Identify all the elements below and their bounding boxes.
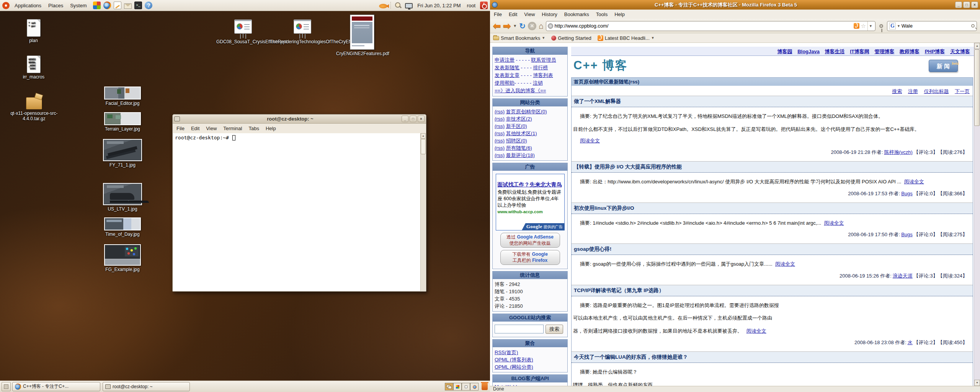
url-input[interactable]	[555, 23, 852, 29]
link-new-article[interactable]: 发表新文章	[495, 72, 519, 78]
terminal-scrollbar[interactable]: ▲	[420, 133, 426, 291]
menu-bookmarks[interactable]: Bookmarks	[564, 11, 589, 17]
terminal-titlebar[interactable]: root@cz-desktop: ~ _ □ ×	[173, 114, 426, 124]
link-next-page[interactable]: 下一页	[955, 88, 970, 94]
desktop-icon-gdc08-ppt[interactable]: GDC08_SousaT_CrysisEffects.ppt	[216, 19, 270, 44]
desktop-icon-usltv[interactable]: US_LTV_1.jpg	[101, 183, 144, 212]
read-more-link[interactable]: 阅读全文	[746, 328, 766, 334]
link-logout[interactable]: 注销	[533, 80, 543, 86]
clock[interactable]: Fri Jun 20, 1:22 PM	[416, 3, 462, 8]
read-more-link[interactable]: 阅读全文	[580, 137, 600, 144]
author-link[interactable]: 水	[908, 340, 913, 345]
link-php-blog[interactable]: PHP博客	[925, 49, 945, 54]
help-launcher-icon[interactable]: ?	[145, 2, 152, 9]
bookmark-getting-started[interactable]: Getting Started	[551, 35, 591, 41]
page-scrollbar[interactable]: ▲ ▼	[974, 43, 980, 386]
read-more-link[interactable]: 阅读全文	[775, 261, 795, 267]
desktop-icon-cryengine-pdf[interactable]: CryENGINE2Features.pdf	[336, 15, 388, 56]
rss-link[interactable]: (rss)	[495, 116, 505, 122]
scroll-down-arrow[interactable]: ▼	[974, 380, 980, 386]
mail-launcher-icon[interactable]	[124, 3, 132, 9]
google-search-engine-icon[interactable]: G	[889, 23, 896, 29]
workspace-1[interactable]	[445, 383, 453, 390]
search-go-icon[interactable]	[971, 24, 975, 28]
link-blogjava[interactable]: BlogJava	[797, 49, 820, 54]
forward-button[interactable]: ➡	[503, 21, 511, 31]
category-link[interactable]: 其他技术区(1)	[506, 131, 537, 136]
search-input[interactable]	[902, 23, 970, 29]
reload-button[interactable]: ↻	[519, 21, 526, 31]
maximize-button[interactable]: □	[963, 2, 970, 8]
link-mgmt-blog[interactable]: 管理博客	[874, 49, 894, 54]
author-link[interactable]: 浪迹天涯	[893, 273, 913, 279]
close-button[interactable]: ×	[971, 2, 978, 8]
scrollbar-thumb[interactable]	[421, 139, 426, 154]
power-button[interactable]	[480, 2, 488, 9]
link-cnblogs[interactable]: 博客园	[777, 49, 792, 54]
history-dropdown-icon[interactable]: ▼	[513, 24, 517, 28]
author-link[interactable]: 陈梓瀚(vczh)	[884, 149, 912, 155]
link-opml-categories[interactable]: OPML (网站分类)	[495, 364, 533, 370]
desktop-icon-qt-archive[interactable]: qt-x11-opensource-src-4.4.0.tar.gz	[2, 92, 66, 122]
show-desktop-button[interactable]	[2, 382, 11, 391]
bookmark-smart-bookmarks[interactable]: Smart Bookmarks ▼	[493, 35, 545, 41]
taskbar-item-firefox[interactable]: C++博客 - 专注于C+...	[12, 382, 100, 391]
link-blog-life[interactable]: 博客生活	[825, 49, 845, 54]
category-link[interactable]: 所有随笔(6)	[506, 145, 532, 151]
menu-history[interactable]: History	[542, 11, 557, 17]
scroll-up-arrow[interactable]: ▲	[421, 133, 426, 139]
search-applet-icon[interactable]	[394, 2, 402, 9]
close-button[interactable]: ×	[418, 116, 425, 122]
search-box[interactable]: G ▼	[887, 21, 977, 31]
site-search-input[interactable]	[495, 325, 544, 333]
url-dropdown-icon[interactable]: ▼	[867, 21, 874, 31]
link-teacher-blog[interactable]: 教师博客	[900, 49, 920, 54]
maximize-button[interactable]: □	[410, 116, 416, 122]
link-signup[interactable]: 注册	[908, 88, 918, 94]
link-blog-list[interactable]: 博客列表	[533, 72, 553, 78]
trash-icon[interactable]	[482, 383, 488, 390]
firefox-referral-button[interactable]: 下载带有 Google工具栏的 Firefox	[500, 250, 560, 265]
ads-by-google-badge[interactable]: Google 提供的广告	[522, 223, 565, 230]
search-engine-dropdown-icon[interactable]: ▼	[897, 24, 900, 28]
firefox-titlebar[interactable]: C++博客 - 专注于C++技术的博客社区 - Mozilla Firefox …	[490, 0, 980, 10]
pinwheel-launcher-icon[interactable]	[93, 2, 101, 9]
article-title[interactable]: 初次使用linux下的异步I/O	[572, 203, 973, 214]
read-more-link[interactable]: 阅读全文	[904, 179, 924, 185]
link-contact-admin[interactable]: 联系管理员	[531, 57, 556, 63]
link-search[interactable]: 搜索	[892, 88, 902, 94]
terminal-menu-view[interactable]: View	[206, 126, 217, 131]
menu-view[interactable]: View	[524, 11, 535, 17]
scroll-up-arrow[interactable]: ▲	[974, 43, 980, 49]
scrollbar-thumb[interactable]	[974, 49, 980, 126]
user-switcher[interactable]: root	[466, 3, 477, 8]
article-title[interactable]: gsoap使用心得!	[572, 243, 973, 255]
back-button[interactable]: ⬅	[493, 21, 501, 31]
article-title[interactable]: 【转载】使用异步 I/O 大大提高应用程序的性能	[572, 161, 973, 173]
terminal-menu-file[interactable]: File	[176, 126, 185, 131]
menu-file[interactable]: File	[494, 11, 502, 17]
article-title[interactable]: TCP/IP详解读书笔记（第九章 IP选路）	[572, 285, 973, 296]
notes-launcher-icon[interactable]	[114, 2, 121, 9]
google-ad[interactable]: 面试找工作？先来北大青鸟 免费职业规划,免费就业专题讲座 600余家就业合作单位…	[496, 174, 565, 230]
taskbar-item-terminal[interactable]: root@cz-desktop: ~	[103, 382, 190, 391]
fish-applet-icon[interactable]	[379, 4, 387, 8]
bookmark-bbc-feed[interactable]: Latest BBC Headli... ▼	[598, 35, 655, 41]
link-new-post[interactable]: 发表新随笔	[495, 65, 519, 70]
adsense-referral-button[interactable]: 透过 Google AdSense使您的网站产生收益	[500, 233, 560, 248]
rss-link[interactable]: (rss)	[495, 123, 505, 129]
workspace-2[interactable]	[453, 383, 462, 390]
display-applet-icon[interactable]	[405, 3, 413, 8]
rss-link[interactable]: (rss)	[495, 109, 505, 114]
author-link[interactable]: Bugs	[901, 191, 913, 196]
category-link[interactable]: 首页原创精华区(0)	[506, 109, 547, 114]
desktop-icon-irr-macros[interactable]: WIN32 NDEBL _WINC USRC irr_macros	[13, 56, 55, 80]
link-astro-blog[interactable]: 天文博客	[950, 49, 970, 54]
category-link[interactable]: 新手区(0)	[506, 123, 527, 129]
desktop-icon-fy71[interactable]: FY_71_1.jpg	[101, 139, 144, 168]
site-search-button[interactable]: 搜索	[546, 325, 563, 334]
link-opml-bloglist[interactable]: OPML (博客列表)	[495, 357, 533, 363]
category-link[interactable]: 招聘区(0)	[506, 138, 527, 144]
terminal-menu-terminal[interactable]: Terminal	[223, 126, 242, 131]
menu-tools[interactable]: Tools	[596, 11, 608, 17]
